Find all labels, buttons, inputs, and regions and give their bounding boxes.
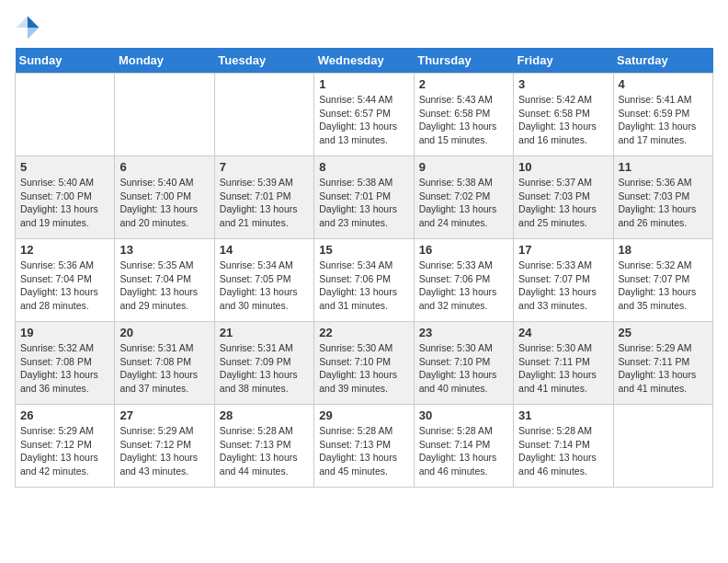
svg-marker-2 — [17, 17, 28, 28]
calendar-cell: 10Sunrise: 5:37 AM Sunset: 7:03 PM Dayli… — [514, 156, 613, 239]
day-info: Sunrise: 5:29 AM Sunset: 7:12 PM Dayligh… — [119, 424, 209, 478]
calendar-cell: 11Sunrise: 5:36 AM Sunset: 7:03 PM Dayli… — [613, 156, 712, 239]
day-number: 12 — [20, 243, 109, 257]
day-number: 2 — [419, 77, 508, 91]
day-info: Sunrise: 5:28 AM Sunset: 7:14 PM Dayligh… — [419, 424, 508, 478]
day-number: 17 — [518, 243, 608, 257]
day-info: Sunrise: 5:36 AM Sunset: 7:03 PM Dayligh… — [619, 176, 708, 230]
day-info: Sunrise: 5:30 AM Sunset: 7:10 PM Dayligh… — [419, 341, 508, 396]
calendar-cell: 26Sunrise: 5:29 AM Sunset: 7:12 PM Dayli… — [16, 405, 115, 488]
calendar-cell: 13Sunrise: 5:35 AM Sunset: 7:04 PM Dayli… — [115, 239, 214, 322]
logo-icon — [15, 15, 40, 40]
day-info: Sunrise: 5:41 AM Sunset: 6:59 PM Dayligh… — [619, 93, 708, 147]
header-cell-tuesday: Tuesday — [214, 48, 313, 74]
day-info: Sunrise: 5:40 AM Sunset: 7:00 PM Dayligh… — [20, 176, 109, 230]
calendar-cell: 31Sunrise: 5:28 AM Sunset: 7:14 PM Dayli… — [514, 405, 613, 488]
calendar-cell: 27Sunrise: 5:29 AM Sunset: 7:12 PM Dayli… — [115, 405, 214, 488]
day-number: 24 — [518, 326, 608, 339]
calendar-cell: 29Sunrise: 5:28 AM Sunset: 7:13 PM Dayli… — [314, 405, 414, 488]
calendar-cell: 17Sunrise: 5:33 AM Sunset: 7:07 PM Dayli… — [514, 239, 613, 322]
day-info: Sunrise: 5:30 AM Sunset: 7:11 PM Dayligh… — [518, 341, 608, 396]
calendar-cell — [115, 74, 214, 156]
day-number: 23 — [419, 326, 508, 339]
day-number: 21 — [220, 326, 309, 339]
calendar-cell: 15Sunrise: 5:34 AM Sunset: 7:06 PM Dayli… — [314, 239, 414, 322]
page-header — [15, 15, 713, 40]
calendar-cell: 25Sunrise: 5:29 AM Sunset: 7:11 PM Dayli… — [613, 322, 712, 405]
calendar-cell: 3Sunrise: 5:42 AM Sunset: 6:58 PM Daylig… — [514, 74, 613, 156]
header-row: SundayMondayTuesdayWednesdayThursdayFrid… — [16, 48, 713, 74]
day-number: 16 — [419, 243, 508, 257]
day-number: 25 — [619, 326, 708, 339]
day-info: Sunrise: 5:34 AM Sunset: 7:05 PM Dayligh… — [220, 259, 309, 313]
week-row-3: 12Sunrise: 5:36 AM Sunset: 7:04 PM Dayli… — [16, 239, 713, 322]
header-cell-saturday: Saturday — [613, 48, 712, 74]
week-row-4: 19Sunrise: 5:32 AM Sunset: 7:08 PM Dayli… — [16, 322, 713, 405]
calendar-cell: 22Sunrise: 5:30 AM Sunset: 7:10 PM Dayli… — [314, 322, 414, 405]
day-info: Sunrise: 5:36 AM Sunset: 7:04 PM Dayligh… — [20, 259, 109, 313]
day-info: Sunrise: 5:28 AM Sunset: 7:14 PM Dayligh… — [518, 424, 608, 478]
day-number: 13 — [119, 243, 209, 257]
calendar-cell: 1Sunrise: 5:44 AM Sunset: 6:57 PM Daylig… — [314, 74, 414, 156]
day-info: Sunrise: 5:33 AM Sunset: 7:06 PM Dayligh… — [419, 259, 508, 313]
header-cell-friday: Friday — [514, 48, 613, 74]
calendar-cell: 4Sunrise: 5:41 AM Sunset: 6:59 PM Daylig… — [613, 74, 712, 156]
day-number: 4 — [619, 77, 708, 91]
week-row-2: 5Sunrise: 5:40 AM Sunset: 7:00 PM Daylig… — [16, 156, 713, 239]
svg-marker-1 — [28, 28, 39, 39]
day-number: 14 — [220, 243, 309, 257]
calendar-cell: 21Sunrise: 5:31 AM Sunset: 7:09 PM Dayli… — [214, 322, 313, 405]
calendar-cell: 28Sunrise: 5:28 AM Sunset: 7:13 PM Dayli… — [214, 405, 313, 488]
day-info: Sunrise: 5:40 AM Sunset: 7:00 PM Dayligh… — [119, 176, 209, 230]
day-number: 30 — [419, 408, 508, 422]
day-info: Sunrise: 5:30 AM Sunset: 7:10 PM Dayligh… — [319, 341, 408, 396]
header-cell-sunday: Sunday — [16, 48, 115, 74]
calendar-cell: 19Sunrise: 5:32 AM Sunset: 7:08 PM Dayli… — [16, 322, 115, 405]
day-number: 10 — [518, 160, 608, 174]
day-number: 22 — [319, 326, 408, 339]
calendar-table: SundayMondayTuesdayWednesdayThursdayFrid… — [15, 48, 713, 488]
calendar-cell: 24Sunrise: 5:30 AM Sunset: 7:11 PM Dayli… — [514, 322, 613, 405]
day-info: Sunrise: 5:32 AM Sunset: 7:07 PM Dayligh… — [619, 259, 708, 313]
calendar-cell: 9Sunrise: 5:38 AM Sunset: 7:02 PM Daylig… — [414, 156, 513, 239]
day-number: 26 — [20, 408, 109, 422]
week-row-5: 26Sunrise: 5:29 AM Sunset: 7:12 PM Dayli… — [16, 405, 713, 488]
calendar-cell: 20Sunrise: 5:31 AM Sunset: 7:08 PM Dayli… — [115, 322, 214, 405]
day-number: 7 — [220, 160, 309, 174]
day-info: Sunrise: 5:35 AM Sunset: 7:04 PM Dayligh… — [119, 259, 209, 313]
day-info: Sunrise: 5:32 AM Sunset: 7:08 PM Dayligh… — [20, 341, 109, 396]
day-info: Sunrise: 5:37 AM Sunset: 7:03 PM Dayligh… — [518, 176, 608, 230]
svg-marker-0 — [28, 17, 39, 28]
day-info: Sunrise: 5:38 AM Sunset: 7:02 PM Dayligh… — [419, 176, 508, 230]
day-number: 29 — [319, 408, 408, 422]
calendar-cell — [214, 74, 313, 156]
day-number: 3 — [518, 77, 608, 91]
day-number: 1 — [319, 77, 408, 91]
day-number: 28 — [220, 408, 309, 422]
calendar-cell: 30Sunrise: 5:28 AM Sunset: 7:14 PM Dayli… — [414, 405, 513, 488]
calendar-cell: 2Sunrise: 5:43 AM Sunset: 6:58 PM Daylig… — [414, 74, 513, 156]
day-number: 27 — [119, 408, 209, 422]
day-info: Sunrise: 5:33 AM Sunset: 7:07 PM Dayligh… — [518, 259, 608, 313]
day-info: Sunrise: 5:29 AM Sunset: 7:12 PM Dayligh… — [20, 424, 109, 478]
calendar-cell: 18Sunrise: 5:32 AM Sunset: 7:07 PM Dayli… — [613, 239, 712, 322]
day-number: 9 — [419, 160, 508, 174]
calendar-cell: 6Sunrise: 5:40 AM Sunset: 7:00 PM Daylig… — [115, 156, 214, 239]
calendar-cell: 14Sunrise: 5:34 AM Sunset: 7:05 PM Dayli… — [214, 239, 313, 322]
day-info: Sunrise: 5:42 AM Sunset: 6:58 PM Dayligh… — [518, 93, 608, 147]
day-number: 31 — [518, 408, 608, 422]
week-row-1: 1Sunrise: 5:44 AM Sunset: 6:57 PM Daylig… — [16, 74, 713, 156]
calendar-cell — [16, 74, 115, 156]
day-number: 5 — [20, 160, 109, 174]
calendar-cell: 12Sunrise: 5:36 AM Sunset: 7:04 PM Dayli… — [16, 239, 115, 322]
day-info: Sunrise: 5:39 AM Sunset: 7:01 PM Dayligh… — [220, 176, 309, 230]
day-number: 8 — [319, 160, 408, 174]
day-info: Sunrise: 5:44 AM Sunset: 6:57 PM Dayligh… — [319, 93, 408, 147]
day-info: Sunrise: 5:31 AM Sunset: 7:08 PM Dayligh… — [119, 341, 209, 396]
calendar-cell: 16Sunrise: 5:33 AM Sunset: 7:06 PM Dayli… — [414, 239, 513, 322]
day-number: 6 — [119, 160, 209, 174]
calendar-cell: 8Sunrise: 5:38 AM Sunset: 7:01 PM Daylig… — [314, 156, 414, 239]
day-info: Sunrise: 5:28 AM Sunset: 7:13 PM Dayligh… — [319, 424, 408, 478]
header-cell-monday: Monday — [115, 48, 214, 74]
day-number: 19 — [20, 326, 109, 339]
